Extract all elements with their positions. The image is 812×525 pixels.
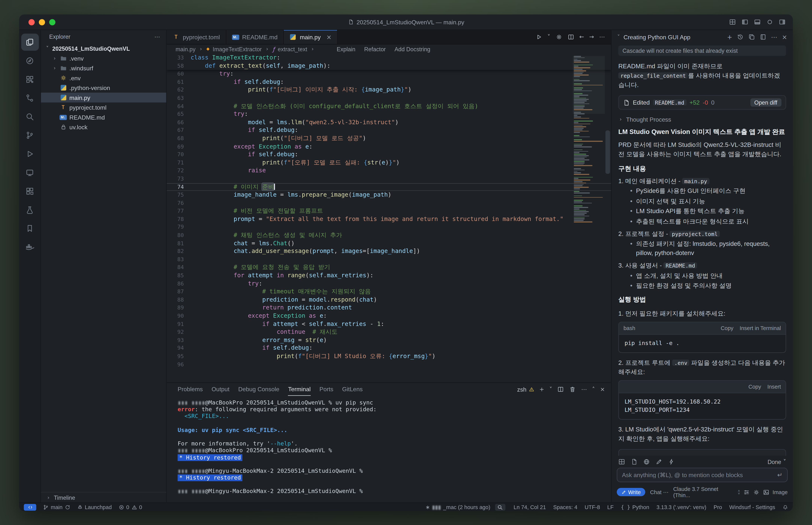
remote-indicator[interactable] [24,504,36,510]
activity-bookmarks[interactable] [21,220,39,237]
code-lens-refactor[interactable]: Refactor [364,46,386,52]
done-dropdown[interactable]: Done ˅ [768,459,786,465]
branch-status[interactable]: main [43,504,70,510]
copy-icon[interactable] [748,34,755,41]
close-window-button[interactable] [28,19,35,25]
cursor-position[interactable]: Ln 74, Col 21 [514,504,546,510]
globe-icon[interactable] [643,459,650,465]
activity-extensions[interactable] [21,183,39,200]
zoom-window-button[interactable] [49,19,55,25]
eol[interactable]: LF [607,504,614,510]
minimap[interactable] [574,56,604,224]
activity-run-and-debug[interactable] [21,145,39,162]
book-icon[interactable] [760,34,767,41]
split-icon[interactable] [567,34,574,41]
model-selector[interactable]: Claude 3.7 Sonnet (Thin... ˄˅ Image [673,486,788,498]
record-icon[interactable] [767,19,773,26]
panel-tab-gitlens[interactable]: GitLens [342,383,363,396]
activity-source-control[interactable] [21,127,39,144]
shell-label[interactable]: zsh [517,386,534,392]
python-interpreter[interactable]: 3.13.3 ('.venv': venv) [656,504,706,510]
file-pyproject.toml[interactable]: Tpyproject.toml [41,103,166,112]
sliders-icon[interactable] [743,489,750,495]
panel-bottom-icon[interactable] [754,19,761,26]
panel-right-icon[interactable] [779,19,786,26]
panel-tab-output[interactable]: Output [212,383,229,396]
file-main.py[interactable]: main.py [41,93,166,103]
more-icon[interactable]: ⋯ [599,34,605,40]
file-.env[interactable]: .env [41,73,166,83]
activity-qr-code[interactable] [21,71,39,88]
caret-down-icon[interactable]: ˅ [547,34,550,40]
breadcrumb-class[interactable]: ImageTextExtractor [213,46,262,52]
code-lens-explain[interactable]: Explain [337,46,356,52]
file-.python-version[interactable]: .python-version [41,83,166,93]
history-icon[interactable] [737,34,744,41]
insert-terminal-button[interactable]: Insert in Terminal [740,325,781,331]
pencil-icon[interactable] [656,459,662,465]
file-20250514_LmStudioQwenVL[interactable]: ˅20250514_LmStudioQwenVL [41,43,166,53]
panel-tab-ports[interactable]: Ports [319,383,333,396]
split-icon[interactable] [557,386,564,393]
layout-grid-icon[interactable] [618,459,625,465]
close-icon[interactable]: × [600,387,605,392]
panel-tab-debug-console[interactable]: Debug Console [238,383,279,396]
git-blame[interactable]: ∗ ▮▮▮ _mac (2 hours ago) [425,504,490,510]
activity-remote-explorer[interactable] [21,164,39,181]
activity-search[interactable] [21,108,39,125]
plus-icon[interactable]: + [539,387,544,392]
copy-button[interactable]: Copy [748,384,761,390]
thought-process-toggle[interactable]: › Thought Process [618,116,786,122]
editor-scrollbar[interactable] [606,131,610,174]
more-icon[interactable]: ⋯ [581,387,587,392]
plus-icon[interactable]: + [727,34,732,40]
doc-icon[interactable] [631,459,637,465]
notifications-bell[interactable] [782,504,788,510]
tab-main.py[interactable]: main.py× [284,30,338,44]
windsurf-settings[interactable]: Windsurf - Settings [729,504,775,510]
layout-grid-icon[interactable] [729,19,736,26]
gear-icon[interactable] [555,34,562,41]
caret-down-icon[interactable]: ˅ [549,387,552,392]
file-.venv[interactable]: ›.venv [41,53,166,63]
file-README.md[interactable]: M↓README.md [41,112,166,122]
timeline-section[interactable]: › Timeline [41,492,166,502]
file-.windsurf[interactable]: ›.windsurf [41,63,166,73]
breadcrumb-method[interactable]: extract_text [278,46,307,52]
launchpad-button[interactable]: Launchpad [77,504,112,510]
activity-explorer[interactable] [21,34,39,51]
trash-icon[interactable] [569,386,576,393]
arrow-right-icon[interactable]: → [589,34,594,40]
tab-README.md[interactable]: M↓README.md [226,30,284,44]
problems-status[interactable]: 0 0 [118,504,142,510]
sync-icon[interactable] [64,504,70,510]
panel-left-icon[interactable] [742,19,748,26]
file-uv.lock[interactable]: uv.lock [41,122,166,132]
panel-tab-terminal[interactable]: Terminal [288,383,311,396]
write-mode-toggle[interactable]: Write [617,488,645,496]
close-icon[interactable]: × [782,34,787,40]
activity-docker[interactable] [21,239,39,256]
language-mode[interactable]: { } Python [621,504,649,510]
code-lens-add-docstring[interactable]: Add Docstring [395,46,430,52]
zap-icon[interactable] [668,459,675,465]
minimize-window-button[interactable] [39,19,45,25]
indentation[interactable]: Spaces: 4 [553,504,577,510]
activity-object-flow[interactable] [21,89,39,106]
gear-icon[interactable] [753,489,759,495]
plan-badge[interactable]: Pro [713,504,722,510]
cascade-input[interactable] [622,472,777,478]
copy-button[interactable]: Copy [721,325,734,331]
chevron-up-icon[interactable]: ˄ [592,387,595,392]
chevron-down-icon[interactable]: ˅ [617,34,620,40]
close-tab-icon[interactable]: × [327,34,332,40]
activity-compass[interactable] [21,52,39,69]
arrow-left-icon[interactable]: ← [579,34,584,40]
panel-tab-problems[interactable]: Problems [177,383,203,396]
return-icon[interactable]: ↵ [777,472,783,478]
activity-testing[interactable] [21,201,39,218]
chat-mode-toggle[interactable]: Chat ⋯ [650,489,669,495]
open-diff-button[interactable]: Open diff [750,98,782,106]
breadcrumb-file[interactable]: main.py [175,46,195,52]
more-icon[interactable]: ⋯ [771,34,777,40]
